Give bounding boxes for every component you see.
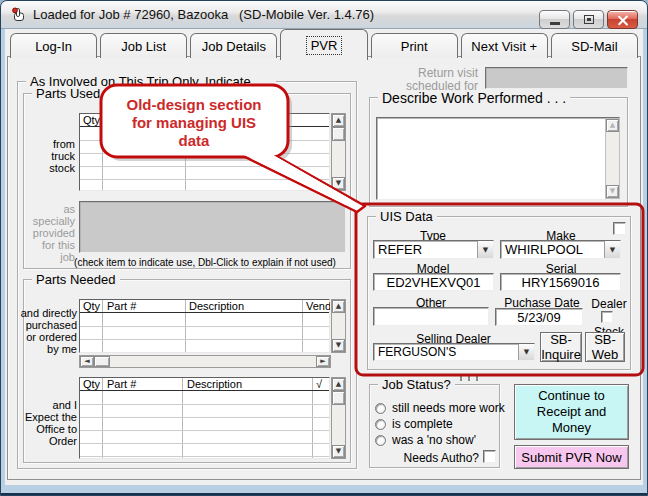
parts-needed-table-1[interactable]: Qty Part # Description Vendor [79,299,330,353]
stray-mark [476,374,482,381]
return-visit-label: Return visitscheduled for [394,67,478,93]
submit-pvr-button[interactable]: Submit PVR Now [514,445,629,469]
tab-bar: Log-In Job List Job Details PVR Print Ne… [10,29,638,58]
scroll-up-icon[interactable]: ▲ [332,378,345,391]
parts-used-caption: (check item to indicate use, Dbl-Click t… [57,257,353,268]
chevron-down-icon[interactable]: ▼ [604,241,620,258]
radio-icon[interactable] [375,403,386,414]
radio-icon[interactable] [375,419,386,430]
selling-dealer-combo[interactable]: FERGUSON'S ▼ [373,343,535,361]
parts-used-header: Qty [80,114,329,127]
dealer-stock-checkbox[interactable] [601,311,613,323]
minimize-icon [550,22,560,25]
close-icon [617,14,629,26]
scroll-up-icon[interactable]: ▲ [332,300,345,313]
tab-log-in[interactable]: Log-In [10,33,97,58]
radio-is-complete[interactable]: is complete [375,417,453,431]
uis-data-title: UIS Data [376,209,437,224]
describe-work-textarea[interactable] [376,117,620,200]
chevron-down-icon[interactable]: ▼ [518,344,534,360]
describe-work-scrollbar[interactable]: ▲ ▼ [605,118,620,199]
radio-no-show[interactable]: was a 'no show' [375,433,476,447]
scroll-thumb[interactable] [332,391,345,405]
scroll-down-icon[interactable]: ▼ [332,177,345,190]
needs-autho-checkbox[interactable] [483,450,496,463]
parts-needed-2-header: Qty Description Part # √ [80,378,329,391]
title-bar: Loaded for Job # 72960, Bazooka (SD-Mobi… [1,1,647,29]
parts-needed-1-hscrollbar[interactable]: ◄ ► [79,355,331,368]
scroll-down-icon[interactable]: ▼ [332,445,345,458]
parts-needed-1-header: Qty Part # Description Vendor [80,300,329,313]
office-to-order-label: and IExpect theOffice toOrder [21,399,77,447]
parts-needed-table-2[interactable]: Qty Description Part # √ [79,377,330,459]
scroll-thumb[interactable] [94,356,110,367]
make-value: WHIRLPOOL [501,241,604,258]
purchase-date-input[interactable] [495,308,583,326]
type-value: REFER [374,241,477,258]
parts-needed-1-rows[interactable] [80,314,329,352]
scroll-down-icon[interactable]: ▼ [332,339,345,352]
continue-to-receipt-button[interactable]: Continue toReceipt andMoney [514,384,629,440]
window-bottom-edge [1,493,647,495]
parts-used-table[interactable]: Qty [79,113,330,191]
app-icon [10,7,27,23]
parts-used-rows[interactable] [80,128,329,190]
scroll-up-icon[interactable]: ▲ [606,119,619,132]
scroll-thumb[interactable] [332,127,345,141]
purchased-by-me-label: and directlypurchasedor orderedby me [19,307,77,355]
parts-needed-2-scrollbar[interactable]: ▲ ▼ [331,377,346,459]
from-truck-stock-label: fromtruckstock [29,138,75,174]
parts-needed-title: Parts Needed [32,272,120,287]
type-combo[interactable]: REFER ▼ [373,240,494,259]
other-input[interactable] [373,307,489,326]
sb-inquire-button[interactable]: SB-Inquire [540,332,582,362]
specially-provided-label: asspeciallyprovidedfor thisjob [25,203,75,263]
tab-print[interactable]: Print [371,33,458,58]
scroll-down-icon[interactable]: ▼ [606,185,619,198]
tab-job-list[interactable]: Job List [100,33,187,58]
specially-provided-box [79,201,346,253]
scroll-left-icon[interactable]: ◄ [80,356,94,367]
parts-used-scrollbar[interactable]: ▲ ▼ [331,113,346,191]
tab-pvr[interactable]: PVR [280,29,367,60]
maximize-icon [584,15,594,24]
model-input[interactable] [373,273,494,291]
stray-mark [468,374,474,381]
close-button[interactable] [607,10,638,29]
window-title: Loaded for Job # 72960, Bazooka (SD-Mobi… [33,7,374,22]
tab-job-details[interactable]: Job Details [190,33,277,58]
chevron-down-icon[interactable]: ▼ [477,241,493,258]
tab-next-visit[interactable]: Next Visit + [461,33,548,58]
parts-needed-2-rows[interactable] [80,392,329,458]
uis-top-checkbox[interactable] [613,222,626,235]
parts-used-title: Parts Used [32,86,104,101]
make-combo[interactable]: WHIRLPOOL ▼ [500,240,621,259]
serial-input[interactable] [500,273,621,291]
needs-autho-label: Needs Autho? [399,451,479,465]
parts-needed-1-scrollbar[interactable]: ▲ ▼ [331,299,346,353]
radio-needs-more-work[interactable]: still needs more work [375,401,505,415]
minimize-button[interactable] [539,10,570,29]
return-visit-box [485,67,628,89]
radio-icon[interactable] [375,435,386,446]
sb-web-button[interactable]: SB-Web [585,332,625,362]
dealer-label: Dealer [589,298,629,310]
selling-dealer-value: FERGUSON'S [374,344,518,360]
scroll-up-icon[interactable]: ▲ [332,114,345,127]
tab-sd-mail[interactable]: SD-Mail [551,33,638,58]
maximize-button[interactable] [573,10,604,29]
stray-mark [460,374,466,381]
job-status-title: Job Status? [378,377,455,392]
app-window: Loaded for Job # 72960, Bazooka (SD-Mobi… [0,0,648,496]
scroll-right-icon[interactable]: ► [316,356,330,367]
